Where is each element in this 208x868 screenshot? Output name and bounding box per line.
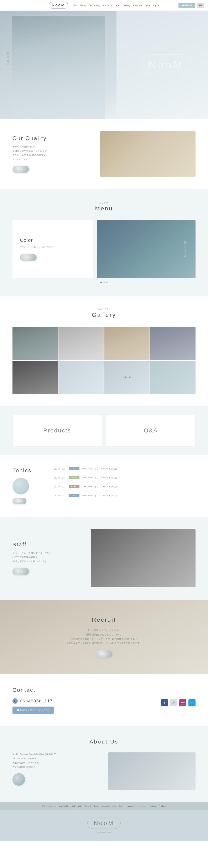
footer-link-contact[interactable]: Contact <box>102 805 109 807</box>
topics-more-button[interactable]: more <box>12 498 26 504</box>
nav-products[interactable]: Products <box>133 4 142 7</box>
topics-image <box>12 478 29 495</box>
aboutus-address-4: 大変確認のお問い合わせ <box>12 765 100 769</box>
topic-badge-3: EVENT <box>69 485 79 488</box>
footer-nav: TOP About Us Our Quality Staff Q&A Recru… <box>0 802 208 810</box>
topic-text-2[interactable]: ホームページをリニューアルしました <box>82 476 117 479</box>
nav-menu[interactable]: Menu <box>80 4 86 7</box>
footer-link-color[interactable]: Color <box>119 805 124 807</box>
nav-aboutus[interactable]: About Us <box>103 4 112 7</box>
staff-title: Staff <box>12 541 82 548</box>
footer-link-quality[interactable]: Our Quality <box>59 805 69 807</box>
quality-section: Our Quality 美から見た美脚のうち ゴロゴロ発生するスペシャルケア 青… <box>0 119 208 189</box>
aboutus-map <box>108 752 196 790</box>
topic-text-4[interactable]: ホームページをリニューアルしました <box>82 494 117 497</box>
footer-copyright: Copyright NooM <box>7 831 201 833</box>
footer-link-staff[interactable]: Staff <box>72 805 75 807</box>
footer-link-topics[interactable]: Topics <box>94 805 99 807</box>
topic-badge-4: INFO <box>69 494 79 497</box>
menu-card-title: Color <box>20 238 85 243</box>
staff-section: Staff ショートからセミロングイメージから ヘアアグの知識の確実で 担当とデ… <box>0 517 208 600</box>
staff-left: Staff ショートからセミロングイメージから ヘアアグの知識の確実で 担当とデ… <box>12 541 82 575</box>
qa-card[interactable]: Q&A <box>106 414 196 446</box>
footer-logo-section: NooM Copyright NooM <box>0 810 208 841</box>
topic-row-1: 2025.04.01 INFO ホームページをリニューアルしました <box>54 467 196 473</box>
footer-link-qa[interactable]: Q&A <box>78 805 82 807</box>
contact-left: Contact 📞 06n4906n1117 📧 mailにて お問い合わせ は… <box>12 687 149 714</box>
contact-form-button[interactable]: 📧 mailにて お問い合わせ はこちら <box>12 707 54 714</box>
gallery-item-7[interactable]: gallery list <box>104 361 150 394</box>
contact-tel-number[interactable]: 06n4906n1117 <box>20 699 53 704</box>
gallery-grid: gallery list <box>12 327 196 394</box>
menu-more-button[interactable]: more <box>20 254 36 261</box>
footer-link-products[interactable]: Products <box>159 805 166 807</box>
facebook-icon[interactable]: f <box>161 699 168 706</box>
gallery-item-5[interactable] <box>12 361 58 394</box>
dot-2[interactable] <box>103 282 105 283</box>
aboutus-address-3: 大阪府大阪市 発の ケアドれ <box>12 761 100 765</box>
topics-left: Topics more <box>12 467 46 504</box>
gallery-item-3[interactable] <box>104 327 150 360</box>
recruit-more-button[interactable]: more <box>96 650 112 658</box>
footer-link-eyelash[interactable]: Eyelash <box>140 805 147 807</box>
footer-link-top[interactable]: TOP <box>42 805 46 807</box>
topic-row-4: 2025.04.01 INFO ホームページをリニューアルしました <box>54 494 196 500</box>
dot-3[interactable] <box>106 282 108 283</box>
recruit-text-1: サロン見学だけでもかまいです。 <box>87 628 121 632</box>
nav-links: Top Menu Our Quality About Us Staff Gall… <box>73 4 159 7</box>
nav-quality[interactable]: Our Quality <box>88 4 100 7</box>
nav-topics[interactable]: Topics <box>153 4 159 7</box>
quality-more-button[interactable]: more <box>12 165 29 173</box>
gallery-item-6[interactable] <box>58 361 104 394</box>
hero-tel: #280876376 <box>7 52 9 65</box>
footer-link-gallery[interactable]: Gallery <box>150 805 156 807</box>
reserve-button[interactable]: RESERVE <box>179 3 195 8</box>
recruit-overlay: Recruit サロン見学だけでもかまいです。 経験問題だけでもちろんでもです。… <box>0 600 208 674</box>
gallery-item-2[interactable] <box>58 327 104 360</box>
recruit-text-3: 美容師免許を取得して、セレクト選定・国内海外先についてある <box>71 637 137 641</box>
products-label: Products <box>43 427 71 434</box>
quality-left: Our Quality 美から見た美脚のうち ゴロゴロ発生するスペシャルケア 青… <box>12 135 92 173</box>
footer-link-recruit[interactable]: Recruit <box>85 805 91 807</box>
aboutus-section: About Us NooM / Cosmetic Grand NKS 阪南 (N… <box>0 726 208 802</box>
topics-list: 2025.04.01 INFO ホームページをリニューアルしました 2025.0… <box>54 467 196 503</box>
contact-social: f 🔗 📷 🐦 <box>161 687 196 706</box>
phone-icon: 📞 <box>12 698 18 704</box>
topic-text-3[interactable]: ホームページをリニューアルしました <box>82 485 117 488</box>
menu-carousel: Color #アレしながら楽しい～系の色のあう more side trimmi… <box>12 220 196 278</box>
link-icon[interactable]: 🔗 <box>170 699 177 706</box>
aboutus-sphere <box>12 773 25 786</box>
topic-row-3: 2025.04.01 EVENT ホームページをリニューアルしました <box>54 485 196 491</box>
topic-text-1[interactable]: ホームページをリニューアルしました <box>82 467 117 470</box>
aboutus-title: About Us <box>12 739 196 745</box>
topic-date-2: 2025.04.01 <box>54 477 67 479</box>
twitter-icon[interactable]: 🐦 <box>188 699 196 706</box>
footer-link-menu[interactable]: Menu <box>111 805 116 807</box>
quality-image <box>100 131 196 177</box>
footer-link-aboutus[interactable]: About Us <box>49 805 56 807</box>
topics-section: Topics more 2025.04.01 INFO ホームページをリニューア… <box>0 455 208 517</box>
quality-interior-img <box>100 131 196 177</box>
dot-1[interactable] <box>100 282 102 283</box>
products-card[interactable]: Products <box>12 414 102 446</box>
nav-action-buttons: RESERVE EN <box>179 3 204 8</box>
footer-logo[interactable]: NooM <box>87 817 121 829</box>
staff-text-2: ヘアアグの知識の確実で <box>12 555 82 559</box>
gallery-item-8[interactable] <box>150 361 196 394</box>
gallery-title: Gallery <box>12 312 196 318</box>
footer-link-improvement[interactable]: Improvement <box>127 805 137 807</box>
staff-more-button[interactable]: more <box>12 568 29 575</box>
qa-label: Q&A <box>144 427 158 434</box>
gallery-list-btn[interactable]: gallery list <box>123 376 131 378</box>
instagram-icon[interactable]: 📷 <box>179 699 186 706</box>
gallery-item-4[interactable] <box>150 327 196 360</box>
nav-top[interactable]: Top <box>73 4 77 7</box>
nav-qa[interactable]: Q&A <box>145 4 150 7</box>
en-button[interactable]: EN <box>197 3 204 8</box>
gallery-item-1[interactable] <box>12 327 58 360</box>
nav-logo[interactable]: NooM <box>49 2 68 8</box>
nav-staff[interactable]: Staff <box>115 4 120 7</box>
hero-section: NooM #280876376 <box>0 11 208 119</box>
nav-gallery[interactable]: Gallery <box>123 4 130 7</box>
aboutus-address-2: Tel / Color / Improvement <box>12 756 100 761</box>
